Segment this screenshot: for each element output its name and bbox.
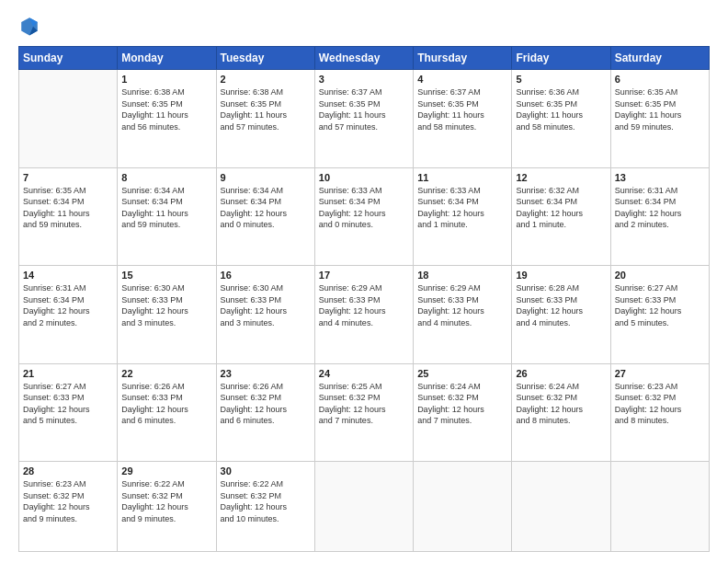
day-header-saturday: Saturday [610, 47, 709, 70]
cell-info: Sunrise: 6:30 AMSunset: 6:33 PMDaylight:… [121, 282, 211, 328]
day-number: 20 [615, 270, 705, 281]
cell-info: Sunrise: 6:26 AMSunset: 6:32 PMDaylight:… [221, 381, 311, 427]
calendar-cell [414, 462, 512, 552]
cell-info: Sunrise: 6:32 AMSunset: 6:34 PMDaylight:… [516, 185, 606, 231]
day-header-tuesday: Tuesday [216, 47, 314, 70]
cell-info: Sunrise: 6:29 AMSunset: 6:33 PMDaylight:… [319, 282, 409, 328]
cell-info: Sunrise: 6:37 AMSunset: 6:35 PMDaylight:… [417, 86, 507, 132]
calendar-cell: 7Sunrise: 6:35 AMSunset: 6:34 PMDaylight… [19, 167, 118, 266]
cell-info: Sunrise: 6:37 AMSunset: 6:35 PMDaylight:… [319, 86, 409, 132]
day-number: 11 [417, 172, 507, 183]
day-number: 28 [23, 465, 113, 477]
calendar-cell: 2Sunrise: 6:38 AMSunset: 6:35 PMDaylight… [216, 70, 314, 168]
svg-marker-0 [21, 17, 38, 35]
cell-info: Sunrise: 6:35 AMSunset: 6:35 PMDaylight:… [615, 86, 705, 132]
calendar-cell: 9Sunrise: 6:34 AMSunset: 6:34 PMDaylight… [216, 167, 314, 266]
cell-info: Sunrise: 6:31 AMSunset: 6:34 PMDaylight:… [23, 282, 113, 328]
cell-info: Sunrise: 6:30 AMSunset: 6:33 PMDaylight:… [221, 282, 311, 328]
cell-info: Sunrise: 6:24 AMSunset: 6:32 PMDaylight:… [516, 381, 606, 427]
cell-info: Sunrise: 6:38 AMSunset: 6:35 PMDaylight:… [221, 86, 311, 132]
calendar-cell: 14Sunrise: 6:31 AMSunset: 6:34 PMDayligh… [19, 266, 118, 364]
calendar-cell: 4Sunrise: 6:37 AMSunset: 6:35 PMDaylight… [414, 70, 512, 168]
calendar-week-row: 1Sunrise: 6:38 AMSunset: 6:35 PMDaylight… [19, 70, 710, 168]
calendar-week-row: 14Sunrise: 6:31 AMSunset: 6:34 PMDayligh… [19, 266, 710, 364]
day-number: 9 [221, 172, 311, 183]
day-number: 15 [121, 270, 211, 281]
day-number: 23 [221, 368, 311, 379]
cell-info: Sunrise: 6:27 AMSunset: 6:33 PMDaylight:… [615, 282, 705, 328]
calendar-cell: 11Sunrise: 6:33 AMSunset: 6:34 PMDayligh… [414, 167, 512, 266]
cell-info: Sunrise: 6:23 AMSunset: 6:32 PMDaylight:… [615, 381, 705, 427]
calendar-cell: 28Sunrise: 6:23 AMSunset: 6:32 PMDayligh… [19, 462, 118, 552]
calendar-cell: 15Sunrise: 6:30 AMSunset: 6:33 PMDayligh… [118, 266, 216, 364]
calendar-cell: 12Sunrise: 6:32 AMSunset: 6:34 PMDayligh… [512, 167, 610, 266]
day-number: 24 [319, 368, 409, 379]
day-number: 3 [319, 74, 409, 85]
calendar-cell: 21Sunrise: 6:27 AMSunset: 6:33 PMDayligh… [19, 363, 118, 462]
day-number: 12 [516, 172, 606, 183]
calendar-cell: 18Sunrise: 6:29 AMSunset: 6:33 PMDayligh… [414, 266, 512, 364]
day-number: 25 [417, 368, 507, 379]
cell-info: Sunrise: 6:26 AMSunset: 6:33 PMDaylight:… [121, 381, 211, 427]
cell-info: Sunrise: 6:33 AMSunset: 6:34 PMDaylight:… [417, 185, 507, 231]
day-number: 16 [221, 270, 311, 281]
calendar-cell: 1Sunrise: 6:38 AMSunset: 6:35 PMDaylight… [118, 70, 216, 168]
calendar-week-row: 7Sunrise: 6:35 AMSunset: 6:34 PMDaylight… [19, 167, 710, 266]
day-number: 6 [615, 74, 705, 85]
cell-info: Sunrise: 6:35 AMSunset: 6:34 PMDaylight:… [23, 185, 113, 231]
day-number: 22 [121, 368, 211, 379]
cell-info: Sunrise: 6:25 AMSunset: 6:32 PMDaylight:… [319, 381, 409, 427]
page: SundayMondayTuesdayWednesdayThursdayFrid… [0, 0, 728, 563]
calendar-cell: 22Sunrise: 6:26 AMSunset: 6:33 PMDayligh… [118, 363, 216, 462]
calendar-cell: 19Sunrise: 6:28 AMSunset: 6:33 PMDayligh… [512, 266, 610, 364]
calendar-week-row: 21Sunrise: 6:27 AMSunset: 6:33 PMDayligh… [19, 363, 710, 462]
calendar-cell: 24Sunrise: 6:25 AMSunset: 6:32 PMDayligh… [314, 363, 413, 462]
cell-info: Sunrise: 6:23 AMSunset: 6:32 PMDaylight:… [23, 478, 113, 524]
day-number: 8 [121, 172, 211, 183]
day-header-thursday: Thursday [414, 47, 512, 70]
day-number: 21 [23, 368, 113, 379]
day-number: 30 [221, 465, 311, 477]
calendar-cell: 3Sunrise: 6:37 AMSunset: 6:35 PMDaylight… [314, 70, 413, 168]
day-number: 1 [121, 74, 211, 85]
calendar-cell [19, 70, 118, 168]
cell-info: Sunrise: 6:27 AMSunset: 6:33 PMDaylight:… [23, 381, 113, 427]
day-number: 7 [23, 172, 113, 183]
day-number: 26 [516, 368, 606, 379]
day-number: 29 [121, 465, 211, 477]
calendar-cell: 5Sunrise: 6:36 AMSunset: 6:35 PMDaylight… [512, 70, 610, 168]
calendar-header-row: SundayMondayTuesdayWednesdayThursdayFrid… [19, 47, 710, 70]
day-number: 14 [23, 270, 113, 281]
cell-info: Sunrise: 6:29 AMSunset: 6:33 PMDaylight:… [417, 282, 507, 328]
day-header-sunday: Sunday [19, 47, 118, 70]
day-number: 27 [615, 368, 705, 379]
logo-icon [18, 15, 40, 37]
day-number: 13 [615, 172, 705, 183]
cell-info: Sunrise: 6:28 AMSunset: 6:33 PMDaylight:… [516, 282, 606, 328]
cell-info: Sunrise: 6:34 AMSunset: 6:34 PMDaylight:… [121, 185, 211, 231]
cell-info: Sunrise: 6:33 AMSunset: 6:34 PMDaylight:… [319, 185, 409, 231]
calendar-table: SundayMondayTuesdayWednesdayThursdayFrid… [18, 46, 710, 552]
header [18, 15, 710, 37]
calendar-cell: 27Sunrise: 6:23 AMSunset: 6:32 PMDayligh… [610, 363, 709, 462]
day-header-monday: Monday [118, 47, 216, 70]
day-number: 18 [417, 270, 507, 281]
day-number: 17 [319, 270, 409, 281]
day-number: 5 [516, 74, 606, 85]
calendar-week-row: 28Sunrise: 6:23 AMSunset: 6:32 PMDayligh… [19, 462, 710, 552]
calendar-cell: 26Sunrise: 6:24 AMSunset: 6:32 PMDayligh… [512, 363, 610, 462]
day-number: 19 [516, 270, 606, 281]
cell-info: Sunrise: 6:22 AMSunset: 6:32 PMDaylight:… [121, 478, 211, 524]
calendar-cell: 23Sunrise: 6:26 AMSunset: 6:32 PMDayligh… [216, 363, 314, 462]
calendar-cell: 29Sunrise: 6:22 AMSunset: 6:32 PMDayligh… [118, 462, 216, 552]
cell-info: Sunrise: 6:36 AMSunset: 6:35 PMDaylight:… [516, 86, 606, 132]
calendar-cell: 17Sunrise: 6:29 AMSunset: 6:33 PMDayligh… [314, 266, 413, 364]
calendar-cell [610, 462, 709, 552]
day-number: 2 [221, 74, 311, 85]
calendar-cell: 16Sunrise: 6:30 AMSunset: 6:33 PMDayligh… [216, 266, 314, 364]
cell-info: Sunrise: 6:34 AMSunset: 6:34 PMDaylight:… [221, 185, 311, 231]
cell-info: Sunrise: 6:24 AMSunset: 6:32 PMDaylight:… [417, 381, 507, 427]
day-number: 10 [319, 172, 409, 183]
day-header-wednesday: Wednesday [314, 47, 413, 70]
cell-info: Sunrise: 6:31 AMSunset: 6:34 PMDaylight:… [615, 185, 705, 231]
